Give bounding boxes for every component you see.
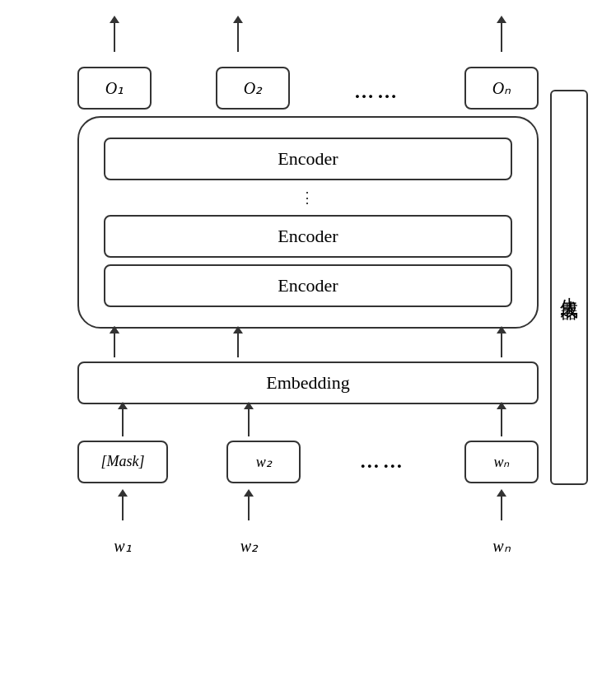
embedding-label: Embedding	[266, 372, 349, 394]
embedding-row: Embedding	[77, 361, 539, 404]
emb-input-arrow-n	[464, 404, 539, 441]
encoder-top: Encoder	[104, 138, 512, 180]
input-box-mask: [Mask]	[77, 441, 168, 483]
output-box-1: O₁	[77, 67, 152, 110]
enc-emb-line-n	[501, 333, 502, 357]
emb-input-arrows-row	[77, 404, 539, 441]
bottom-label-w1: w₁	[77, 536, 168, 559]
input-box-w2: w₂	[226, 441, 301, 483]
emb-input-line-1	[122, 408, 124, 436]
arrow-line-n	[501, 23, 502, 52]
output-box-n: Oₙ	[464, 67, 539, 110]
output-arrow-2	[201, 16, 275, 52]
bottom-line-n	[501, 496, 502, 520]
input-dots: ……	[360, 441, 406, 473]
enc-emb-line-2	[237, 333, 239, 357]
bottom-line-2	[248, 496, 250, 520]
bottom-arrow-n	[464, 490, 539, 526]
tip-enc-2	[233, 326, 243, 334]
embedding-box: Embedding	[77, 361, 539, 404]
output-arrows-row	[77, 16, 539, 52]
output-label-1: O₁	[105, 78, 124, 98]
encoder-vertical-dots: ⋮	[300, 189, 316, 207]
enc-emb-arrow-1	[77, 329, 152, 361]
input-mask-label: [Mask]	[101, 453, 145, 470]
bottom-arrow-2	[212, 490, 286, 526]
arrow-tip-1	[110, 16, 119, 23]
tip-emb-n	[497, 402, 506, 409]
arrow-line-2	[237, 23, 239, 52]
enc-emb-line-1	[114, 333, 115, 357]
bottom-line-1	[122, 496, 124, 520]
encoder-middle: Encoder	[104, 215, 512, 258]
emb-input-arrow-1	[77, 404, 168, 441]
enc-emb-arrows-row	[77, 329, 539, 361]
tip-bot-1	[118, 489, 128, 497]
output-label-2: O₂	[244, 78, 262, 98]
input-w2-label: w₂	[256, 453, 272, 471]
arrow-tip-n	[497, 16, 506, 23]
input-box-wn: wₙ	[464, 441, 539, 483]
tip-enc-1	[110, 326, 119, 334]
tip-enc-n	[497, 326, 506, 334]
encoder-bottom: Encoder	[104, 264, 512, 307]
tip-bot-2	[244, 489, 254, 497]
emb-input-line-2	[248, 408, 250, 436]
bottom-label-w2: w₂	[212, 536, 286, 559]
tip-bot-n	[497, 489, 506, 497]
output-row: O₁ O₂ …… Oₙ	[77, 52, 539, 110]
tip-emb-1	[118, 402, 128, 409]
generator-label: 生成器	[550, 90, 588, 485]
arrow-line-1	[114, 23, 115, 52]
bottom-arrow-1	[77, 490, 168, 526]
output-dots: ……	[354, 81, 400, 110]
input-row: [Mask] w₂ …… wₙ	[77, 441, 539, 487]
bottom-label-wn: wₙ	[464, 536, 539, 559]
output-box-2: O₂	[216, 67, 290, 110]
emb-input-arrow-2	[212, 404, 286, 441]
diagram-container: 生成器 O₁ O₂ …… Oₙ Encoder	[28, 16, 588, 666]
enc-emb-arrow-2	[201, 329, 275, 361]
output-label-n: Oₙ	[492, 78, 511, 98]
encoder-block: Encoder ⋮ Encoder Encoder	[77, 116, 539, 329]
bottom-labels-row: w₁ w₂ wₙ	[77, 526, 539, 559]
enc-emb-arrow-n	[464, 329, 539, 361]
bottom-arrows-row	[77, 490, 539, 526]
output-arrow-n	[464, 16, 539, 52]
emb-input-line-n	[501, 408, 502, 436]
input-wn-label: wₙ	[493, 453, 509, 471]
output-arrow-1	[77, 16, 152, 52]
tip-emb-2	[244, 402, 254, 409]
arrow-tip-2	[233, 16, 243, 23]
